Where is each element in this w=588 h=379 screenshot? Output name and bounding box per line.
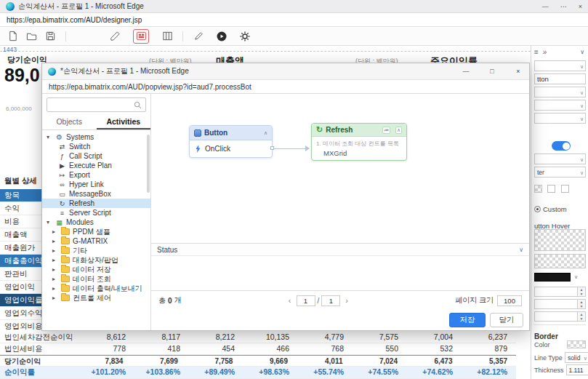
popup-minimize-button[interactable]: — xyxy=(455,63,477,80)
process-designer-button[interactable] xyxy=(133,29,149,44)
caret-right-icon[interactable]: ▸ xyxy=(52,228,58,235)
property-dropdown[interactable]: ∨ xyxy=(534,87,586,97)
tree-item-messagebox[interactable]: ▭MessageBox xyxy=(42,189,150,199)
tree-item-refresh[interactable]: ↻Refresh xyxy=(42,199,150,208)
swatch-blank[interactable] xyxy=(547,185,555,193)
tree-search-input[interactable] xyxy=(47,97,146,112)
refresh-activity-node[interactable]: ↻ Refresh ≔ ∧ 1. 데이터 조회 대상 컨트롤 목록 MXGrid xyxy=(311,123,407,161)
line-type-select[interactable]: solid∨ xyxy=(565,352,588,363)
prev-page-button[interactable]: ‹ xyxy=(283,296,297,305)
swatch-transparent[interactable] xyxy=(534,185,542,193)
tree-item-server-script[interactable]: ≡Server Script xyxy=(42,208,150,218)
tree-item-g-matrix[interactable]: ▸G-MATRIX xyxy=(42,236,150,246)
design-mode-button[interactable] xyxy=(107,29,123,44)
tree-item-etc[interactable]: ▸기타 xyxy=(42,246,150,255)
tree-group-modules[interactable]: ▾ ▦ Modules xyxy=(42,218,150,227)
status-section-header[interactable]: Status ∨ xyxy=(151,243,529,256)
flow-canvas[interactable]: Button ∧ OnClick xyxy=(151,94,529,243)
chevron-down-icon[interactable]: ∨ xyxy=(519,247,523,253)
custom-radio-label: Custom xyxy=(543,205,567,213)
open-button[interactable] xyxy=(23,29,39,44)
chevron-down-icon[interactable]: ∨ xyxy=(574,274,578,280)
tree-scrollbar[interactable] xyxy=(147,135,150,193)
tree-item-dialog-popup[interactable]: ▸대화상자/팝업 xyxy=(42,255,150,265)
execute-plan-icon: ▶ xyxy=(58,162,66,169)
tree-item-export[interactable]: ↦Export xyxy=(42,170,150,180)
settings-button[interactable] xyxy=(237,29,253,44)
popup-address-bar[interactable]: https://epa.bimatrix.com/AUD/popview.jsp… xyxy=(42,80,529,94)
stepper-down-icon[interactable]: ▼ xyxy=(578,304,585,308)
connector-line[interactable] xyxy=(274,148,306,149)
border-section-title: Border xyxy=(534,332,558,340)
panel-expand-icon[interactable]: » xyxy=(543,48,547,56)
caret-right-icon[interactable]: ▸ xyxy=(52,295,58,301)
dataset-button[interactable] xyxy=(159,29,175,44)
search-icon xyxy=(134,101,142,109)
run-button[interactable] xyxy=(214,29,230,44)
tree-item-call-script[interactable]: ƒCall Script xyxy=(42,151,150,161)
hyper-link-icon: ∞ xyxy=(58,181,66,188)
window-minimize-button[interactable]: — xyxy=(542,3,549,10)
property-dropdown[interactable]: ∨ xyxy=(534,153,586,164)
next-page-button[interactable]: › xyxy=(340,296,353,305)
tree-item-ppdm-sample[interactable]: ▸PPDM 샘플 xyxy=(42,227,150,236)
popup-maximize-button[interactable]: □ xyxy=(481,63,503,80)
property-dropdown[interactable]: ∨ xyxy=(534,100,586,111)
number-stepper-2[interactable]: ▲▼ xyxy=(534,299,586,309)
panel-collapse-icon[interactable]: ∨ xyxy=(580,49,584,55)
tree-item-switch[interactable]: ⇄Switch xyxy=(42,142,150,151)
page-size-input[interactable]: 100 xyxy=(497,295,522,306)
current-page-input[interactable]: 1 xyxy=(297,295,315,306)
caret-right-icon[interactable]: ▸ xyxy=(52,257,58,263)
border-color-swatch[interactable] xyxy=(567,340,586,348)
window-more-button[interactable]: ⋯ xyxy=(560,3,567,10)
tab-objects[interactable]: Objects xyxy=(42,114,97,129)
collapse-node-icon[interactable]: ∧ xyxy=(395,127,402,134)
hover-color-swatch[interactable] xyxy=(534,254,586,268)
tree-item-data-export[interactable]: ▸데이터 출력/내보내기 xyxy=(42,284,150,293)
line-type-label: Line Type xyxy=(534,354,563,362)
button-activity-node[interactable]: Button ∧ OnClick xyxy=(189,125,273,158)
toggle-switch[interactable] xyxy=(552,141,571,151)
caret-right-icon[interactable]: ▸ xyxy=(52,247,58,254)
tree-item-control-ctrl[interactable]: ▸컨트롤 제어 xyxy=(42,293,150,303)
close-button[interactable]: 닫기 xyxy=(490,313,523,327)
stepper-down-icon[interactable]: ▼ xyxy=(578,292,585,296)
number-stepper-3[interactable]: ▲▼ xyxy=(534,311,586,322)
popup-title: *손익계산서 - 프로필 1 - Microsoft Edge xyxy=(60,66,189,76)
align-select[interactable]: ter∨ xyxy=(534,167,586,177)
collapse-node-icon[interactable]: ∧ xyxy=(264,130,267,136)
node-event-label[interactable]: OnClick xyxy=(205,145,230,153)
address-bar[interactable]: https://epa.bimatrix.com/AUD/designer.js… xyxy=(0,13,588,27)
number-stepper-1[interactable]: ▲▼ xyxy=(534,287,586,297)
tree-item-hyper-link[interactable]: ∞Hyper Link xyxy=(42,180,150,189)
name-input[interactable]: tton xyxy=(534,73,586,84)
tab-activities[interactable]: Activities xyxy=(97,114,151,129)
window-close-button[interactable]: × xyxy=(579,3,582,10)
tree-item-execute-plan[interactable]: ▶Execute Plan xyxy=(42,161,150,170)
node-menu-icon[interactable]: ≔ xyxy=(382,127,390,134)
caret-down-icon[interactable]: ▾ xyxy=(47,134,52,140)
fill-color-swatch[interactable] xyxy=(534,229,586,251)
caret-right-icon[interactable]: ▸ xyxy=(52,276,58,282)
popup-close-button[interactable]: × xyxy=(507,63,529,80)
stepper-down-icon[interactable]: ▼ xyxy=(578,316,585,321)
property-dropdown[interactable]: ∨ xyxy=(534,60,586,71)
tree-item-data-save[interactable]: ▸데이터 저장 xyxy=(42,265,150,274)
panel-menu-icon[interactable]: ≡ xyxy=(534,48,539,56)
swatch-blank-2[interactable] xyxy=(561,185,569,193)
edit-button[interactable] xyxy=(190,29,206,44)
caret-right-icon[interactable]: ▸ xyxy=(52,238,58,244)
font-color-swatch[interactable] xyxy=(534,273,571,282)
toolbar-save-button[interactable] xyxy=(42,29,58,44)
new-report-button[interactable] xyxy=(4,29,20,44)
tree-item-data-query[interactable]: ▸데이터 조회 xyxy=(42,274,150,284)
caret-right-icon[interactable]: ▸ xyxy=(52,285,58,292)
thickness-input[interactable]: 1.111 xyxy=(566,364,588,375)
property-dropdown[interactable]: ∨ xyxy=(534,113,586,124)
save-button[interactable]: 저장 xyxy=(449,313,486,327)
caret-right-icon[interactable]: ▸ xyxy=(52,266,58,273)
custom-radio[interactable] xyxy=(534,206,541,212)
tree-group-systems[interactable]: ▾ ⚙ Systems xyxy=(42,132,150,142)
caret-down-icon[interactable]: ▾ xyxy=(47,219,52,226)
